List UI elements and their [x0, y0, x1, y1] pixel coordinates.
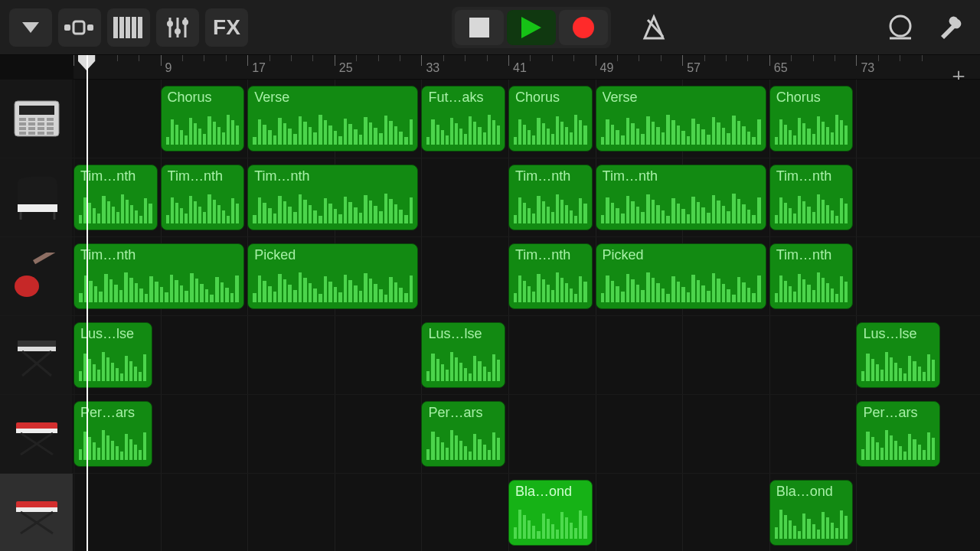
- region[interactable]: Tim…nth: [769, 243, 854, 309]
- ruler-bar-label: 9: [165, 61, 172, 75]
- tracks-area: ChorusVerseFut…aksChorusVerseChorusTim…n…: [0, 80, 980, 551]
- track-header-drum-machine[interactable]: [0, 80, 74, 158]
- playhead[interactable]: [87, 55, 88, 551]
- track-header-bass-guitar[interactable]: [0, 237, 74, 315]
- instrument-button[interactable]: [107, 8, 150, 47]
- svg-rect-28: [47, 118, 54, 121]
- ruler-bar-label: 33: [426, 61, 439, 75]
- view-tracks-button[interactable]: [58, 8, 101, 47]
- region[interactable]: Bla…ond: [508, 480, 593, 546]
- track-row: ChorusVerseFut…aksChorusVerseChorus: [0, 80, 980, 158]
- timeline-ruler[interactable]: 91725334149576573: [74, 55, 980, 80]
- record-icon: [572, 16, 595, 39]
- track-lane[interactable]: Lus…lseLus…lseLus…lse: [74, 316, 980, 394]
- track-settings-button[interactable]: [9, 8, 52, 47]
- svg-rect-15: [469, 18, 489, 37]
- region[interactable]: Per…ars: [74, 401, 152, 467]
- region-label: Lus…lse: [863, 326, 933, 342]
- region-label: Verse: [603, 90, 760, 106]
- svg-rect-39: [38, 132, 44, 135]
- svg-rect-36: [47, 127, 54, 130]
- region[interactable]: Tim…nth: [769, 165, 854, 230]
- svg-rect-32: [47, 122, 54, 126]
- transport-controls: [452, 7, 611, 48]
- track-lane[interactable]: Per…arsPer…arsPer…ars: [74, 395, 980, 473]
- svg-marker-16: [521, 17, 541, 38]
- ruler-bar-label: 57: [687, 61, 701, 75]
- svg-rect-45: [33, 253, 55, 264]
- record-button[interactable]: [559, 10, 608, 45]
- metronome-button[interactable]: [632, 8, 675, 47]
- track-header-grand-piano[interactable]: [0, 158, 74, 236]
- track-row: Per…arsPer…arsPer…ars: [0, 395, 980, 474]
- region[interactable]: Tim…nth: [596, 165, 766, 230]
- region[interactable]: Tim…nth: [508, 165, 593, 230]
- region[interactable]: Per…ars: [856, 401, 940, 467]
- mixer-button[interactable]: [156, 8, 199, 47]
- track-lane[interactable]: Tim…nthTim…nthTim…nthTim…nthTim…nthTim…n…: [74, 158, 980, 236]
- svg-rect-40: [47, 132, 54, 135]
- region[interactable]: Lus…lse: [74, 322, 152, 388]
- region[interactable]: Verse: [247, 86, 418, 152]
- track-header-red-keys[interactable]: [0, 474, 74, 551]
- region[interactable]: Picked: [596, 243, 766, 309]
- region-label: Chorus: [168, 90, 238, 106]
- fx-button[interactable]: FX: [205, 8, 248, 47]
- svg-rect-38: [28, 132, 35, 135]
- stop-icon: [469, 18, 489, 37]
- svg-rect-55: [16, 507, 57, 512]
- svg-marker-0: [22, 22, 39, 33]
- svg-rect-37: [19, 132, 26, 135]
- region-label: Fut…aks: [428, 90, 498, 106]
- svg-rect-6: [126, 17, 130, 38]
- track-header-red-keys[interactable]: [0, 395, 74, 473]
- track-lane[interactable]: Tim…nthPickedTim…nthPickedTim…nth: [74, 237, 980, 315]
- region[interactable]: Per…ars: [421, 401, 505, 467]
- settings-button[interactable]: [928, 8, 971, 47]
- region-label: Lus…lse: [428, 326, 498, 342]
- track-header-synth-stand[interactable]: [0, 316, 74, 394]
- region[interactable]: Fut…aks: [421, 86, 505, 152]
- region-label: Tim…nth: [603, 168, 760, 184]
- svg-point-10: [167, 21, 173, 27]
- metronome-icon: [640, 14, 668, 41]
- region[interactable]: Picked: [247, 243, 418, 309]
- region[interactable]: Chorus: [161, 86, 245, 152]
- svg-rect-25: [19, 118, 26, 121]
- sliders-icon: [165, 16, 190, 39]
- region-label: Picked: [603, 247, 760, 263]
- region[interactable]: Chorus: [769, 86, 854, 152]
- region[interactable]: Bla…ond: [769, 480, 854, 546]
- track-lane[interactable]: ChorusVerseFut…aksChorusVerseChorus: [74, 80, 980, 158]
- region-label: Tim…nth: [80, 168, 151, 184]
- region-label: Verse: [254, 90, 411, 106]
- track-row: Tim…nthPickedTim…nthPickedTim…nth: [0, 237, 980, 316]
- region[interactable]: Tim…nth: [161, 165, 245, 230]
- play-icon: [520, 15, 543, 40]
- region[interactable]: Lus…lse: [856, 322, 940, 388]
- region[interactable]: Verse: [596, 86, 766, 152]
- region-label: Chorus: [515, 90, 586, 106]
- svg-rect-51: [16, 429, 57, 433]
- region-label: Tim…nth: [254, 168, 411, 184]
- svg-rect-47: [18, 347, 56, 351]
- svg-rect-1: [64, 24, 70, 31]
- region[interactable]: Tim…nth: [74, 243, 244, 309]
- svg-point-14: [182, 19, 188, 25]
- chevron-down-icon: [21, 21, 41, 34]
- region[interactable]: Tim…nth: [508, 243, 593, 309]
- ruler-bar-label: 73: [861, 61, 874, 75]
- region[interactable]: Chorus: [508, 86, 593, 152]
- svg-rect-41: [18, 204, 57, 212]
- svg-rect-5: [119, 17, 124, 38]
- track-lane[interactable]: Bla…ondBla…ond: [74, 474, 980, 551]
- region-label: Picked: [254, 247, 411, 263]
- region-label: Tim…nth: [776, 247, 847, 263]
- loop-button[interactable]: [879, 8, 922, 47]
- region[interactable]: Lus…lse: [421, 322, 505, 388]
- play-button[interactable]: [507, 10, 556, 45]
- track-row: Lus…lseLus…lseLus…lse: [0, 316, 980, 395]
- region-label: Tim…nth: [515, 168, 586, 184]
- stop-button[interactable]: [455, 10, 504, 45]
- region[interactable]: Tim…nth: [247, 165, 418, 230]
